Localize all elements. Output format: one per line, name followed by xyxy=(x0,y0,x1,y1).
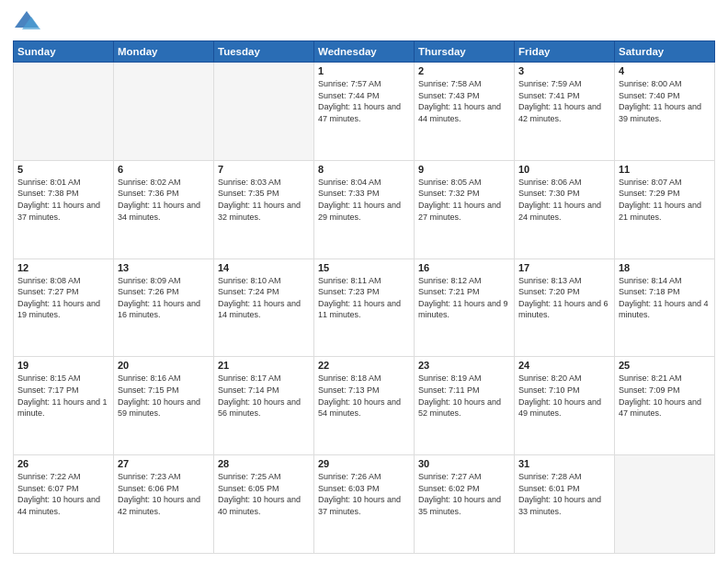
day-info: Sunrise: 7:28 AM Sunset: 6:01 PM Dayligh… xyxy=(518,471,610,517)
weekday-header-wednesday: Wednesday xyxy=(314,41,415,63)
day-number: 2 xyxy=(418,65,510,76)
week-row-5: 26Sunrise: 7:22 AM Sunset: 6:07 PM Dayli… xyxy=(14,455,715,554)
day-info: Sunrise: 8:08 AM Sunset: 7:27 PM Dayligh… xyxy=(17,275,109,321)
day-cell: 5Sunrise: 8:01 AM Sunset: 7:38 PM Daylig… xyxy=(14,160,114,259)
day-info: Sunrise: 8:02 AM Sunset: 7:36 PM Dayligh… xyxy=(118,177,210,223)
day-number: 1 xyxy=(318,65,410,76)
day-info: Sunrise: 8:04 AM Sunset: 7:33 PM Dayligh… xyxy=(318,177,410,223)
day-number: 9 xyxy=(418,164,510,175)
day-number: 23 xyxy=(418,360,510,371)
day-number: 25 xyxy=(619,360,711,371)
day-cell: 1Sunrise: 7:57 AM Sunset: 7:44 PM Daylig… xyxy=(314,63,415,161)
day-info: Sunrise: 8:20 AM Sunset: 7:10 PM Dayligh… xyxy=(518,373,610,419)
day-cell: 16Sunrise: 8:12 AM Sunset: 7:21 PM Dayli… xyxy=(415,259,515,357)
day-cell: 15Sunrise: 8:11 AM Sunset: 7:23 PM Dayli… xyxy=(314,259,415,357)
day-number: 29 xyxy=(318,458,410,469)
day-number: 21 xyxy=(218,360,310,371)
day-info: Sunrise: 8:12 AM Sunset: 7:21 PM Dayligh… xyxy=(418,275,510,321)
day-number: 22 xyxy=(318,360,410,371)
day-info: Sunrise: 8:07 AM Sunset: 7:29 PM Dayligh… xyxy=(619,177,711,223)
day-info: Sunrise: 8:01 AM Sunset: 7:38 PM Dayligh… xyxy=(17,177,109,223)
page: SundayMondayTuesdayWednesdayThursdayFrid… xyxy=(0,0,728,563)
day-info: Sunrise: 8:09 AM Sunset: 7:26 PM Dayligh… xyxy=(118,275,210,321)
day-number: 8 xyxy=(318,164,410,175)
day-cell: 23Sunrise: 8:19 AM Sunset: 7:11 PM Dayli… xyxy=(415,357,515,455)
day-info: Sunrise: 7:23 AM Sunset: 6:06 PM Dayligh… xyxy=(118,471,210,517)
day-cell: 25Sunrise: 8:21 AM Sunset: 7:09 PM Dayli… xyxy=(615,357,715,455)
day-cell: 20Sunrise: 8:16 AM Sunset: 7:15 PM Dayli… xyxy=(114,357,214,455)
day-cell: 8Sunrise: 8:04 AM Sunset: 7:33 PM Daylig… xyxy=(314,160,415,259)
day-info: Sunrise: 8:19 AM Sunset: 7:11 PM Dayligh… xyxy=(418,373,510,419)
day-number: 19 xyxy=(17,360,109,371)
day-cell: 9Sunrise: 8:05 AM Sunset: 7:32 PM Daylig… xyxy=(415,160,515,259)
logo-icon xyxy=(13,9,40,35)
week-row-1: 1Sunrise: 7:57 AM Sunset: 7:44 PM Daylig… xyxy=(14,63,715,161)
day-info: Sunrise: 7:57 AM Sunset: 7:44 PM Dayligh… xyxy=(318,78,410,124)
day-number: 20 xyxy=(118,360,210,371)
day-cell: 4Sunrise: 8:00 AM Sunset: 7:40 PM Daylig… xyxy=(615,63,715,161)
day-cell: 18Sunrise: 8:14 AM Sunset: 7:18 PM Dayli… xyxy=(615,259,715,357)
calendar-table: SundayMondayTuesdayWednesdayThursdayFrid… xyxy=(13,40,715,554)
day-info: Sunrise: 8:21 AM Sunset: 7:09 PM Dayligh… xyxy=(619,373,711,419)
day-number: 18 xyxy=(619,262,711,273)
day-number: 30 xyxy=(418,458,510,469)
day-info: Sunrise: 8:18 AM Sunset: 7:13 PM Dayligh… xyxy=(318,373,410,419)
day-info: Sunrise: 8:16 AM Sunset: 7:15 PM Dayligh… xyxy=(118,373,210,419)
day-info: Sunrise: 8:14 AM Sunset: 7:18 PM Dayligh… xyxy=(619,275,711,321)
day-cell: 30Sunrise: 7:27 AM Sunset: 6:02 PM Dayli… xyxy=(415,455,515,554)
day-cell: 14Sunrise: 8:10 AM Sunset: 7:24 PM Dayli… xyxy=(214,259,314,357)
logo xyxy=(13,9,44,35)
day-info: Sunrise: 8:06 AM Sunset: 7:30 PM Dayligh… xyxy=(518,177,610,223)
weekday-header-sunday: Sunday xyxy=(14,41,114,63)
day-info: Sunrise: 7:58 AM Sunset: 7:43 PM Dayligh… xyxy=(418,78,510,124)
day-cell: 17Sunrise: 8:13 AM Sunset: 7:20 PM Dayli… xyxy=(515,259,615,357)
day-number: 5 xyxy=(17,164,109,175)
day-info: Sunrise: 8:11 AM Sunset: 7:23 PM Dayligh… xyxy=(318,275,410,321)
day-info: Sunrise: 8:05 AM Sunset: 7:32 PM Dayligh… xyxy=(418,177,510,223)
day-number: 27 xyxy=(118,458,210,469)
week-row-4: 19Sunrise: 8:15 AM Sunset: 7:17 PM Dayli… xyxy=(14,357,715,455)
day-cell: 19Sunrise: 8:15 AM Sunset: 7:17 PM Dayli… xyxy=(14,357,114,455)
day-cell xyxy=(615,455,715,554)
week-row-3: 12Sunrise: 8:08 AM Sunset: 7:27 PM Dayli… xyxy=(14,259,715,357)
day-info: Sunrise: 8:13 AM Sunset: 7:20 PM Dayligh… xyxy=(518,275,610,321)
day-cell: 10Sunrise: 8:06 AM Sunset: 7:30 PM Dayli… xyxy=(515,160,615,259)
week-row-2: 5Sunrise: 8:01 AM Sunset: 7:38 PM Daylig… xyxy=(14,160,715,259)
day-cell: 13Sunrise: 8:09 AM Sunset: 7:26 PM Dayli… xyxy=(114,259,214,357)
day-number: 28 xyxy=(218,458,310,469)
header xyxy=(13,9,715,35)
day-number: 6 xyxy=(118,164,210,175)
day-cell: 22Sunrise: 8:18 AM Sunset: 7:13 PM Dayli… xyxy=(314,357,415,455)
day-cell xyxy=(214,63,314,161)
day-info: Sunrise: 7:22 AM Sunset: 6:07 PM Dayligh… xyxy=(17,471,109,517)
day-number: 13 xyxy=(118,262,210,273)
day-cell: 27Sunrise: 7:23 AM Sunset: 6:06 PM Dayli… xyxy=(114,455,214,554)
day-cell: 11Sunrise: 8:07 AM Sunset: 7:29 PM Dayli… xyxy=(615,160,715,259)
day-cell: 12Sunrise: 8:08 AM Sunset: 7:27 PM Dayli… xyxy=(14,259,114,357)
day-number: 14 xyxy=(218,262,310,273)
day-info: Sunrise: 8:00 AM Sunset: 7:40 PM Dayligh… xyxy=(619,78,711,124)
day-number: 11 xyxy=(619,164,711,175)
day-number: 7 xyxy=(218,164,310,175)
day-number: 15 xyxy=(318,262,410,273)
day-cell: 29Sunrise: 7:26 AM Sunset: 6:03 PM Dayli… xyxy=(314,455,415,554)
weekday-header-friday: Friday xyxy=(515,41,615,63)
day-number: 17 xyxy=(518,262,610,273)
day-info: Sunrise: 7:27 AM Sunset: 6:02 PM Dayligh… xyxy=(418,471,510,517)
day-cell xyxy=(114,63,214,161)
day-number: 3 xyxy=(518,65,610,76)
day-number: 4 xyxy=(619,65,711,76)
day-cell: 24Sunrise: 8:20 AM Sunset: 7:10 PM Dayli… xyxy=(515,357,615,455)
day-cell: 2Sunrise: 7:58 AM Sunset: 7:43 PM Daylig… xyxy=(415,63,515,161)
day-info: Sunrise: 8:03 AM Sunset: 7:35 PM Dayligh… xyxy=(218,177,310,223)
day-info: Sunrise: 7:59 AM Sunset: 7:41 PM Dayligh… xyxy=(518,78,610,124)
day-cell: 31Sunrise: 7:28 AM Sunset: 6:01 PM Dayli… xyxy=(515,455,615,554)
day-cell: 21Sunrise: 8:17 AM Sunset: 7:14 PM Dayli… xyxy=(214,357,314,455)
day-info: Sunrise: 8:10 AM Sunset: 7:24 PM Dayligh… xyxy=(218,275,310,321)
weekday-header-thursday: Thursday xyxy=(415,41,515,63)
day-info: Sunrise: 7:26 AM Sunset: 6:03 PM Dayligh… xyxy=(318,471,410,517)
day-number: 31 xyxy=(518,458,610,469)
day-cell xyxy=(14,63,114,161)
day-info: Sunrise: 8:15 AM Sunset: 7:17 PM Dayligh… xyxy=(17,373,109,419)
day-cell: 3Sunrise: 7:59 AM Sunset: 7:41 PM Daylig… xyxy=(515,63,615,161)
